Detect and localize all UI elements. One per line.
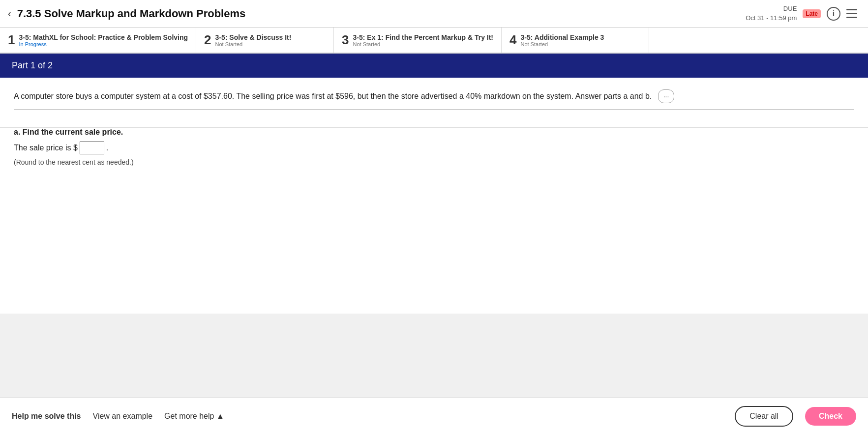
question-area: A computer store buys a computer system … (0, 78, 868, 128)
answer-note: (Round to the nearest cent as needed.) (14, 158, 854, 166)
step-info-3: 3-5: Ex 1: Find the Percent Markup & Try… (353, 33, 494, 47)
question-text: A computer store buys a computer system … (14, 89, 854, 103)
answer-period: . (106, 144, 108, 152)
bottom-toolbar: Help me solve this View an example Get m… (0, 398, 868, 433)
top-header: ‹ 7.3.5 Solve Markup and Markdown Proble… (0, 0, 868, 28)
question-text-content: A computer store buys a computer system … (14, 92, 652, 100)
step-item-3[interactable]: 3 3-5: Ex 1: Find the Percent Markup & T… (334, 28, 502, 53)
step-number-2: 2 (204, 32, 211, 48)
back-arrow-icon[interactable]: ‹ (8, 8, 11, 19)
lesson-title: 7.3.5 Solve Markup and Markdown Problems (17, 7, 246, 20)
step-info-1: 3-5: MathXL for School: Practice & Probl… (19, 33, 188, 47)
info-icon[interactable]: i (827, 7, 840, 21)
menu-icon[interactable] (846, 7, 860, 21)
header-left: ‹ 7.3.5 Solve Markup and Markdown Proble… (8, 7, 245, 20)
step-number-3: 3 (342, 32, 349, 48)
view-example-button[interactable]: View an example (93, 412, 153, 421)
step-number-1: 1 (8, 32, 15, 48)
get-more-help-button[interactable]: Get more help ▲ (164, 412, 224, 421)
part-header: Part 1 of 2 (0, 54, 868, 78)
check-button[interactable]: Check (805, 407, 856, 426)
answer-prefix: The sale price is $ (14, 144, 78, 152)
step-name-3: 3-5: Ex 1: Find the Percent Markup & Try… (353, 33, 494, 41)
clear-all-button[interactable]: Clear all (735, 406, 793, 427)
step-info-2: 3-5: Solve & Discuss It! Not Started (215, 33, 292, 47)
part-a-section: a. Find the current sale price. The sale… (0, 128, 868, 176)
step-name-2: 3-5: Solve & Discuss It! (215, 33, 292, 41)
header-right: DUE Oct 31 - 11:59 pm Late i (746, 4, 860, 22)
step-info-4: 3-5: Additional Example 3 Not Started (521, 33, 604, 47)
late-badge: Late (803, 9, 821, 18)
main-content: Part 1 of 2 A computer store buys a comp… (0, 54, 868, 398)
step-name-1: 3-5: MathXL for School: Practice & Probl… (19, 33, 188, 41)
step-item-1[interactable]: 1 3-5: MathXL for School: Practice & Pro… (0, 28, 196, 53)
step-status-2: Not Started (215, 41, 292, 47)
step-navigation: 1 3-5: MathXL for School: Practice & Pro… (0, 28, 868, 54)
step-status-3: Not Started (353, 41, 494, 47)
step-name-4: 3-5: Additional Example 3 (521, 33, 604, 41)
answer-line: The sale price is $ . (14, 142, 854, 154)
sale-price-input[interactable] (80, 142, 104, 154)
step-status-1: In Progress (19, 41, 188, 47)
step-item-4[interactable]: 4 3-5: Additional Example 3 Not Started (502, 28, 649, 53)
expand-dots-button[interactable]: ··· (658, 89, 675, 103)
part-header-label: Part 1 of 2 (12, 60, 53, 70)
part-a-label: a. Find the current sale price. (14, 128, 854, 137)
help-me-solve-button[interactable]: Help me solve this (12, 412, 81, 421)
step-status-4: Not Started (521, 41, 604, 47)
step-item-2[interactable]: 2 3-5: Solve & Discuss It! Not Started (196, 28, 334, 53)
step-number-4: 4 (509, 32, 516, 48)
due-label: DUE Oct 31 - 11:59 pm (746, 4, 797, 22)
content-spacer (0, 176, 868, 314)
divider (14, 109, 854, 110)
